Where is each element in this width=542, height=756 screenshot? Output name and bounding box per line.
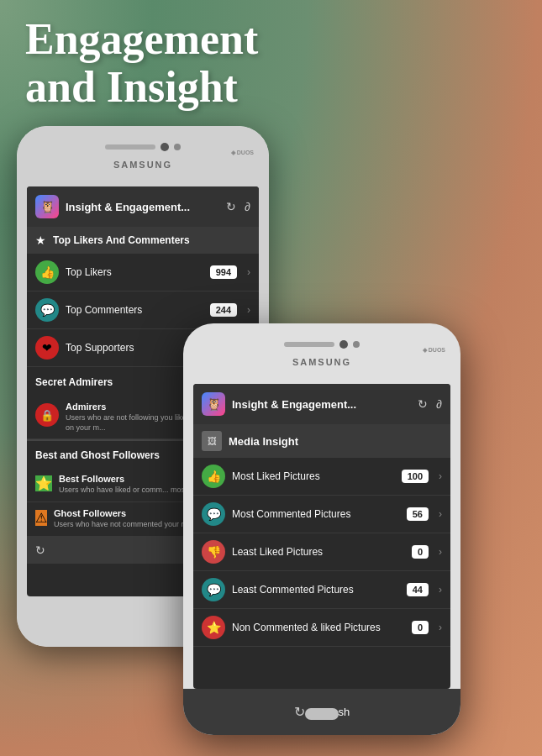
chevron-least-commented: › <box>439 584 442 596</box>
media-insight-title: Media Insight <box>229 435 298 448</box>
least-liked-badge: 0 <box>412 545 429 559</box>
star-green-icon: ⭐ <box>35 475 52 491</box>
app-title-back: Insight & Engagement... <box>66 201 219 213</box>
best-ghost-title: Best and Ghost Followers <box>35 449 160 461</box>
non-commented-badge: 0 <box>412 621 429 634</box>
top-likers-badge: 994 <box>210 265 237 279</box>
chevron-most-liked: › <box>439 470 442 482</box>
lock-icon: 🔒 <box>35 403 59 427</box>
least-liked-icon: 👎 <box>202 540 225 564</box>
screen-front: 🦉 Insight & Engagement... ↻ ∂ 🖼 Media In… <box>193 384 450 689</box>
most-commented-label: Most Commented Pictures <box>232 508 400 520</box>
most-liked-icon: 👍 <box>202 465 225 488</box>
flash-dot-front <box>353 341 360 348</box>
camera-dot <box>160 143 169 151</box>
top-commenters-label: Top Commenters <box>66 304 203 316</box>
star-icon: ★ <box>35 234 46 247</box>
speaker-grill <box>105 144 155 150</box>
list-item-top-likers[interactable]: 👍 Top Likers 994 › <box>27 254 259 291</box>
hero-title-line1: Engagement <box>25 15 258 63</box>
header-icons-front: ↻ ∂ <box>418 397 442 411</box>
app-icon-front: 🦉 <box>202 392 225 416</box>
list-item-non-commented[interactable]: ⭐ Non Commented & liked Pictures 0 › <box>193 609 450 647</box>
hero-title-line2: and Insight <box>25 63 258 111</box>
non-commented-icon: ⭐ <box>202 616 225 639</box>
most-liked-badge: 100 <box>402 470 429 483</box>
most-liked-label: Most Liked Pictures <box>232 470 395 482</box>
least-liked-label: Least Liked Pictures <box>232 546 405 558</box>
app-title-front: Insight & Engagement... <box>232 398 411 411</box>
list-item-most-liked[interactable]: 👍 Most Liked Pictures 100 › <box>193 458 450 496</box>
camera-area <box>105 143 181 151</box>
share-icon-back[interactable]: ∂ <box>245 200 250 213</box>
least-commented-label: Least Commented Pictures <box>232 584 400 596</box>
least-commented-icon: 💬 <box>202 578 225 601</box>
flash-dot <box>174 144 181 150</box>
chevron-most-commented: › <box>439 508 442 520</box>
media-insight-header: 🖼 Media Insight <box>193 424 450 458</box>
top-commenters-badge: 244 <box>210 303 237 317</box>
list-item-least-commented[interactable]: 💬 Least Commented Pictures 44 › <box>193 571 450 609</box>
refresh-bottom-icon[interactable]: ↻ <box>35 543 45 557</box>
comment-icon: 💬 <box>35 298 59 322</box>
duos-label-front: ◈ DUOS <box>423 347 445 354</box>
warning-icon: ⚠ <box>35 510 47 526</box>
home-button-front[interactable] <box>305 708 339 720</box>
chevron-non-commented: › <box>439 622 442 633</box>
chevron-likers: › <box>247 266 250 278</box>
most-commented-badge: 56 <box>407 507 429 521</box>
app-icon-back: 🦉 <box>35 195 59 218</box>
app-header-front: 🦉 Insight & Engagement... ↻ ∂ <box>193 384 450 424</box>
refresh-icon-front[interactable]: ↻ <box>418 397 428 411</box>
non-commented-label: Non Commented & liked Pictures <box>232 622 405 633</box>
thumb-up-icon: 👍 <box>35 260 59 284</box>
app-header-back: 🦉 Insight & Engagement... ↻ ∂ <box>27 186 259 227</box>
most-commented-icon: 💬 <box>202 502 225 526</box>
top-likers-label: Top Likers <box>66 266 203 278</box>
duos-label-back: ◈ DUOS <box>231 150 254 156</box>
media-img-icon: 🖼 <box>202 431 222 451</box>
samsung-brand-front: SAMSUNG <box>292 357 351 367</box>
speaker-grill-front <box>284 342 334 347</box>
phone-front: SAMSUNG ◈ DUOS 🦉 Insight & Engagement...… <box>183 323 460 735</box>
camera-area-front <box>284 340 360 349</box>
refresh-icon-back[interactable]: ↻ <box>226 200 236 213</box>
chevron-least-liked: › <box>439 546 442 558</box>
refresh-icon-bottom: ↻ <box>294 704 305 720</box>
header-icons-back: ↻ ∂ <box>226 200 250 213</box>
list-item-most-commented[interactable]: 💬 Most Commented Pictures 56 › <box>193 496 450 533</box>
secret-admirers-title: Secret Admirers <box>35 376 113 388</box>
section-top-likers-title: Top Likers And Commenters <box>53 234 190 246</box>
hero-title: Engagement and Insight <box>25 15 258 111</box>
least-commented-badge: 44 <box>407 583 429 596</box>
heart-icon: ❤ <box>35 336 59 360</box>
share-icon-front[interactable]: ∂ <box>436 397 442 411</box>
section-top-likers: ★ Top Likers And Commenters <box>27 227 259 254</box>
samsung-brand-back: SAMSUNG <box>113 160 172 170</box>
chevron-commenters: › <box>247 304 250 316</box>
list-item-least-liked[interactable]: 👎 Least Liked Pictures 0 › <box>193 533 450 571</box>
camera-dot-front <box>339 340 348 349</box>
